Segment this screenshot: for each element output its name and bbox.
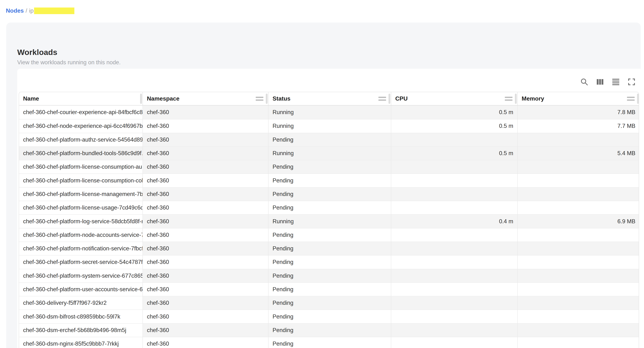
cell-memory: 7.7 MB (518, 119, 639, 132)
table-row[interactable]: chef-360-chef-platform-log-service-58dcb… (19, 214, 639, 228)
cell-status: Pending (268, 174, 391, 187)
cell-namespace: chef-360 (143, 106, 268, 119)
cell-memory (518, 201, 639, 214)
workloads-table: NameNamespaceStatusCPUMemory chef-360-ch… (19, 92, 639, 348)
table-row[interactable]: chef-360-chef-platform-secret-service-54… (19, 255, 639, 269)
cell-name: chef-360-chef-courier-experience-api-84f… (19, 106, 143, 119)
table-row[interactable]: chef-360-chef-platform-license-consumpti… (19, 160, 639, 174)
column-resize-handle[interactable] (140, 94, 142, 104)
cell-status: Pending (268, 133, 391, 146)
cell-status: Pending (268, 187, 391, 201)
table-row[interactable]: chef-360-dsm-nginx-85f5c9bbb7-7rkkjchef-… (19, 337, 639, 348)
table-row[interactable]: chef-360-chef-platform-system-service-67… (19, 269, 639, 282)
cell-memory (518, 228, 639, 242)
cell-name: chef-360-chef-platform-user-accounts-ser… (19, 282, 143, 296)
cell-status: Pending (268, 323, 391, 337)
cell-cpu: 0.5 m (391, 106, 518, 119)
cell-namespace: chef-360 (143, 255, 268, 269)
cell-status: Pending (268, 282, 391, 296)
cell-namespace: chef-360 (143, 337, 268, 348)
page-title: Workloads (17, 48, 57, 57)
table-body: chef-360-chef-courier-experience-api-84f… (19, 106, 639, 348)
cell-memory: 5.4 MB (518, 146, 639, 160)
cell-status: Pending (268, 296, 391, 310)
cell-cpu (391, 187, 518, 201)
table-row[interactable]: chef-360-dsm-bifrost-c89859bbc-59l7kchef… (19, 310, 639, 323)
cell-namespace: chef-360 (143, 228, 268, 242)
columns-icon[interactable] (595, 77, 605, 87)
cell-namespace: chef-360 (143, 296, 268, 310)
cell-cpu (391, 133, 518, 146)
cell-namespace: chef-360 (143, 119, 268, 132)
cell-namespace: chef-360 (143, 187, 268, 201)
cell-status: Running (268, 214, 391, 228)
cell-cpu: 0.4 m (391, 214, 518, 228)
column-header-label: Status (272, 95, 290, 102)
column-header-memory[interactable]: Memory (518, 92, 639, 105)
table-row[interactable]: chef-360-chef-courier-experience-api-84f… (19, 106, 639, 119)
table-toolbar (580, 77, 636, 87)
cell-name: chef-360-delivery-f5ff7f967-92kr2 (19, 296, 143, 310)
cell-name: chef-360-chef-platform-license-managemen… (19, 187, 143, 201)
column-resize-handle[interactable] (515, 94, 517, 104)
column-header-status[interactable]: Status (268, 92, 391, 105)
cell-name: chef-360-dsm-bifrost-c89859bbc-59l7k (19, 310, 143, 323)
density-icon[interactable] (611, 77, 620, 87)
column-resize-handle[interactable] (637, 94, 639, 104)
cell-name: chef-360-chef-platform-license-consumpti… (19, 160, 143, 174)
cell-cpu (391, 310, 518, 323)
column-header-namespace[interactable]: Namespace (143, 92, 268, 105)
page-subtitle: View the workloads running on this node. (17, 59, 121, 66)
column-menu-icon[interactable] (627, 97, 635, 101)
cell-status: Pending (268, 269, 391, 282)
cell-memory (518, 269, 639, 282)
cell-name: chef-360-chef-platform-node-accounts-ser… (19, 228, 143, 242)
cell-memory (518, 187, 639, 201)
cell-namespace: chef-360 (143, 269, 268, 282)
table-row[interactable]: chef-360-dsm-erchef-5b68b9b496-98m5jchef… (19, 323, 639, 337)
column-menu-icon[interactable] (505, 97, 512, 101)
breadcrumb-nodes-link[interactable]: Nodes (6, 7, 24, 14)
cell-namespace: chef-360 (143, 242, 268, 255)
cell-name: chef-360-chef-platform-authz-service-545… (19, 133, 143, 146)
column-resize-handle[interactable] (388, 94, 390, 104)
table-row[interactable]: chef-360-chef-platform-notification-serv… (19, 242, 639, 255)
cell-status: Pending (268, 201, 391, 214)
column-header-label: Memory (522, 95, 544, 102)
column-menu-icon[interactable] (256, 97, 264, 101)
workloads-card: NameNamespaceStatusCPUMemory chef-360-ch… (17, 69, 642, 348)
cell-memory (518, 323, 639, 337)
column-resize-handle[interactable] (266, 94, 268, 104)
search-icon[interactable] (580, 77, 589, 87)
table-row[interactable]: chef-360-chef-platform-authz-service-545… (19, 133, 639, 146)
cell-namespace: chef-360 (143, 310, 268, 323)
cell-cpu (391, 174, 518, 187)
cell-cpu (391, 323, 518, 337)
table-row[interactable]: chef-360-chef-platform-license-usage-7cd… (19, 201, 639, 214)
fullscreen-icon[interactable] (627, 77, 636, 87)
cell-memory (518, 255, 639, 269)
table-row[interactable]: chef-360-delivery-f5ff7f967-92kr2chef-36… (19, 296, 639, 310)
redaction-highlight (34, 8, 74, 14)
table-row[interactable]: chef-360-chef-node-experience-api-6cc4f6… (19, 119, 639, 132)
cell-cpu: 0.5 m (391, 119, 518, 132)
table-row[interactable]: chef-360-chef-platform-bundled-tools-586… (19, 146, 639, 160)
column-header-cpu[interactable]: CPU (391, 92, 518, 105)
cell-name: chef-360-chef-platform-license-usage-7cd… (19, 201, 143, 214)
table-header-row: NameNamespaceStatusCPUMemory (19, 92, 639, 106)
column-header-name[interactable]: Name (19, 92, 143, 105)
cell-cpu (391, 160, 518, 174)
table-row[interactable]: chef-360-chef-platform-license-consumpti… (19, 174, 639, 187)
table-row[interactable]: chef-360-chef-platform-node-accounts-ser… (19, 228, 639, 242)
table-row[interactable]: chef-360-chef-platform-user-accounts-ser… (19, 282, 639, 296)
breadcrumb-separator: / (26, 7, 27, 14)
table-row[interactable]: chef-360-chef-platform-license-managemen… (19, 187, 639, 201)
cell-cpu (391, 296, 518, 310)
cell-status: Running (268, 106, 391, 119)
cell-status: Running (268, 119, 391, 132)
column-header-label: Namespace (147, 95, 180, 102)
cell-memory (518, 282, 639, 296)
cell-name: chef-360-chef-platform-license-consumpti… (19, 174, 143, 187)
column-menu-icon[interactable] (378, 97, 386, 101)
cell-name: chef-360-chef-platform-system-service-67… (19, 269, 143, 282)
